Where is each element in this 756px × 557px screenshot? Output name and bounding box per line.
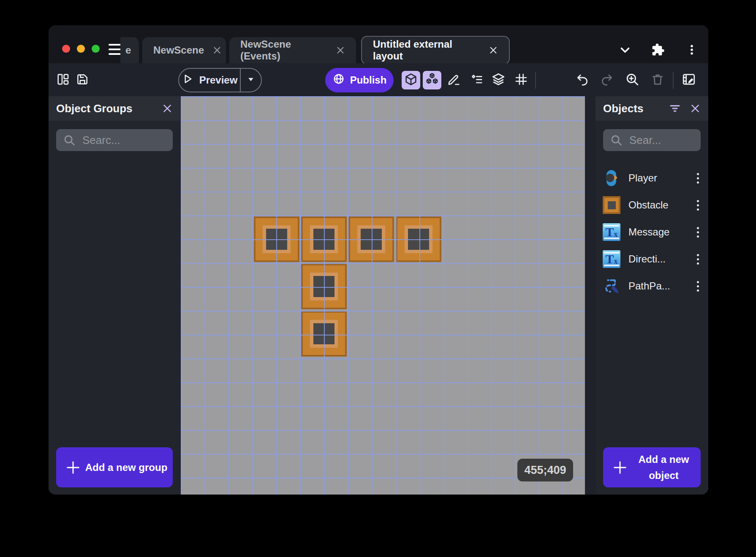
minimize-window-button[interactable] <box>77 45 85 53</box>
object-menu-button[interactable] <box>693 281 702 292</box>
save-button[interactable] <box>73 71 92 89</box>
scene-edit-icon <box>682 72 696 88</box>
search-input[interactable] <box>82 133 166 147</box>
tab-label: NewScene (Events) <box>240 38 327 62</box>
tab-label: Untitled external layout <box>373 38 480 62</box>
caret-down-icon <box>247 75 255 85</box>
close-window-button[interactable] <box>62 45 70 53</box>
divider <box>535 72 536 89</box>
globe-icon <box>332 73 345 88</box>
edit-instances-mode-button[interactable] <box>423 71 441 89</box>
redo-button[interactable] <box>598 71 616 89</box>
tab-label: e <box>125 44 131 56</box>
obstacle-tile-instance[interactable] <box>301 216 347 262</box>
search-input[interactable] <box>628 133 694 147</box>
undo-icon <box>576 73 589 88</box>
toolbar: Preview Publish <box>49 63 708 96</box>
publish-label: Publish <box>350 74 387 86</box>
search-icon <box>610 134 623 146</box>
edit-objects-mode-button[interactable] <box>402 71 420 89</box>
object-menu-button[interactable] <box>693 227 702 238</box>
edit-object-button[interactable] <box>445 71 463 89</box>
play-icon <box>182 73 193 87</box>
object-menu-button[interactable] <box>693 173 702 184</box>
panel-title: Object Groups <box>56 102 153 115</box>
object-groups-panel: Object Groups Add a new group <box>49 96 180 495</box>
instance-list-icon <box>470 73 484 88</box>
objects-header: Objects <box>596 96 708 121</box>
text-object-icon: Tx <box>602 223 621 241</box>
add-object-button[interactable]: Add a new object <box>603 447 701 487</box>
object-menu-button[interactable] <box>693 254 702 265</box>
kebab-menu-icon <box>685 43 698 58</box>
object-name: PathPa... <box>628 280 685 292</box>
instances-list-button[interactable] <box>468 71 486 89</box>
more-options-button[interactable] <box>683 41 701 60</box>
add-group-label: Add a new group <box>84 460 169 475</box>
zoom-in-icon <box>625 72 639 88</box>
objects-panel: Objects Player <box>596 96 708 495</box>
obstacle-tile-instance[interactable] <box>396 216 441 262</box>
close-panel-button[interactable] <box>690 103 701 114</box>
extensions-button[interactable] <box>649 41 667 60</box>
filter-objects-button[interactable] <box>669 102 681 115</box>
path-paint-icon <box>602 277 621 295</box>
preview-button[interactable]: Preview <box>178 68 262 92</box>
tab-newscene-events[interactable]: NewScene (Events) <box>229 37 356 63</box>
delete-button[interactable] <box>648 71 667 89</box>
add-object-label: Add a new object <box>631 452 696 483</box>
obstacle-tile-instance[interactable] <box>301 264 347 309</box>
scene-canvas[interactable]: 455;409 <box>181 96 585 495</box>
maximize-window-button[interactable] <box>92 45 100 53</box>
save-icon <box>76 73 89 88</box>
add-group-button[interactable]: Add a new group <box>56 447 173 487</box>
obstacle-tile-instance[interactable] <box>348 216 394 262</box>
close-panel-button[interactable] <box>162 103 173 114</box>
object-row-directions[interactable]: Tx Directi... <box>596 246 708 273</box>
divider <box>673 72 674 89</box>
close-tab-icon[interactable] <box>212 46 222 55</box>
undo-button[interactable] <box>573 71 592 89</box>
canvas-tiles <box>181 96 585 495</box>
close-tab-icon[interactable] <box>489 46 498 55</box>
object-name: Message <box>628 226 685 238</box>
obstacle-tile-instance[interactable] <box>301 311 347 357</box>
object-row-player[interactable]: Player <box>596 165 708 192</box>
tab-overflow-button[interactable] <box>616 41 634 60</box>
titlebar: e NewScene NewScene (Events) Untitled ex… <box>49 25 708 63</box>
tab-untitled-external-layout[interactable]: Untitled external layout <box>361 36 510 65</box>
object-row-message[interactable]: Tx Message <box>596 219 708 246</box>
project-manager-button[interactable] <box>54 71 72 89</box>
trash-icon <box>651 73 664 88</box>
cursor-coordinates-badge: 455;409 <box>517 459 573 481</box>
object-row-obstacle[interactable]: Obstacle <box>596 192 708 219</box>
publish-button[interactable]: Publish <box>325 68 394 92</box>
object-groups-search[interactable] <box>56 129 173 151</box>
chevron-down-icon <box>618 43 632 59</box>
zoom-button[interactable] <box>623 71 642 89</box>
panel-title: Objects <box>603 102 660 115</box>
pencil-icon <box>447 73 461 88</box>
window-controls <box>62 45 100 53</box>
object-menu-button[interactable] <box>693 200 702 211</box>
preview-dropdown-button[interactable] <box>241 69 261 92</box>
close-tab-icon[interactable] <box>336 46 345 55</box>
puzzle-icon <box>651 43 665 58</box>
objects-search[interactable] <box>603 129 701 151</box>
edit-scene-events-button[interactable] <box>680 71 698 89</box>
panels-icon <box>56 73 70 88</box>
filter-icon <box>669 102 681 115</box>
obstacle-tile-instance[interactable] <box>254 216 299 262</box>
plus-icon <box>65 459 82 476</box>
layers-button[interactable] <box>489 71 508 89</box>
tab-label: NewScene <box>153 44 204 56</box>
player-icon <box>602 169 621 187</box>
plus-icon <box>612 459 628 476</box>
tab-newscene[interactable]: NewScene <box>142 37 226 63</box>
object-row-pathpaint[interactable]: PathPa... <box>596 273 708 300</box>
cubes-stack-icon <box>425 72 439 88</box>
grid-settings-button[interactable] <box>512 71 530 89</box>
search-icon <box>63 134 76 146</box>
tab-clipped[interactable]: e <box>120 37 139 63</box>
text-object-icon: Tx <box>602 250 621 268</box>
